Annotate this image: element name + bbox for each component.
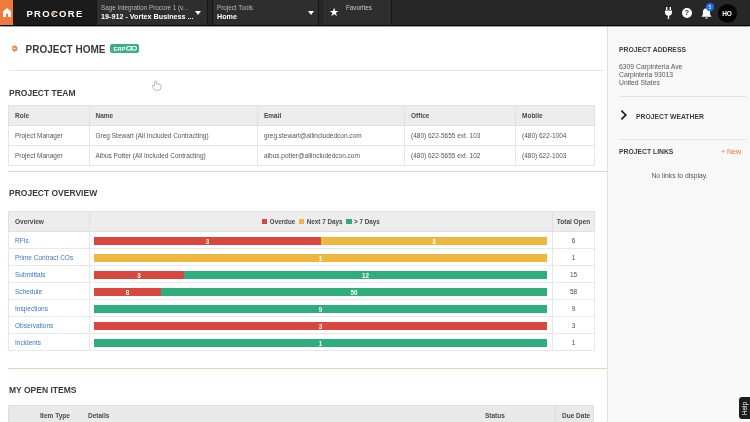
svg-text:5: 5: [709, 4, 712, 10]
svg-text:?: ?: [685, 9, 689, 16]
